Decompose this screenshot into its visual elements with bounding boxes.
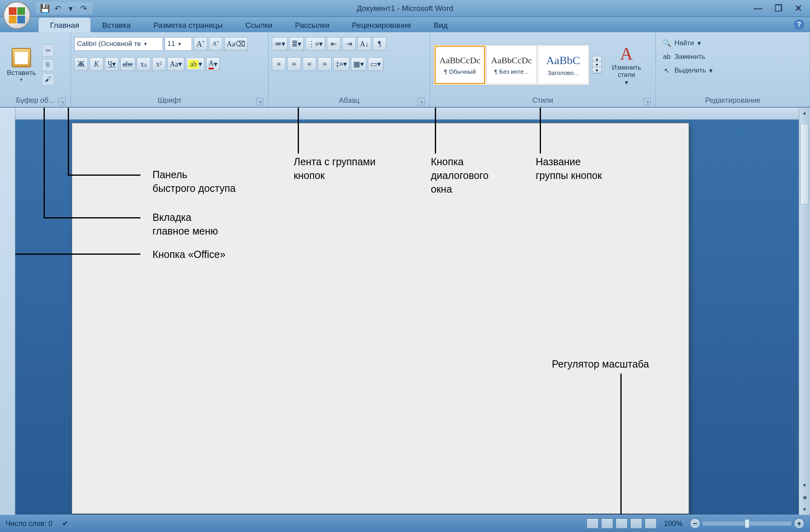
justify-button[interactable]: ≡	[318, 57, 332, 71]
view-draft[interactable]	[645, 518, 657, 529]
cut-icon[interactable]: ✂	[42, 44, 54, 56]
vertical-scrollbar[interactable]: ▲ ▼ ◉ ▼	[799, 108, 810, 515]
anno-dlg: Кнопка диалогового окна	[431, 155, 489, 196]
clear-format-button[interactable]: Aa⌫	[224, 37, 248, 51]
copy-icon[interactable]: ⎘	[42, 59, 54, 71]
line-spacing-button[interactable]: ‡≡▾	[333, 57, 349, 71]
show-marks-button[interactable]: ¶	[373, 37, 386, 51]
font-color-button[interactable]: A▾	[206, 57, 220, 71]
word-count[interactable]: Число слов: 0	[6, 520, 52, 528]
view-fullscreen[interactable]	[601, 518, 613, 529]
scroll-up-icon[interactable]: ▲	[799, 108, 810, 118]
vertical-ruler[interactable]	[0, 108, 15, 515]
dropdown-icon[interactable]: ▾	[65, 3, 76, 14]
scroll-thumb[interactable]	[800, 124, 809, 204]
zoom-slider[interactable]	[703, 522, 791, 526]
zoom-thumb[interactable]	[745, 519, 749, 528]
spellcheck-icon[interactable]: ✔	[62, 519, 68, 528]
numbering-button[interactable]: ≣▾	[289, 37, 304, 51]
style-heading1[interactable]: AaBbCЗаголово...	[538, 46, 589, 84]
bullets-button[interactable]: ≔▾	[272, 37, 288, 51]
dialog-launcher-paragraph[interactable]: ↘	[418, 98, 425, 105]
align-left-button[interactable]: ≡	[272, 57, 286, 71]
dialog-launcher-clipboard[interactable]: ↘	[58, 98, 66, 105]
change-styles-label: Изменить стили	[604, 64, 649, 79]
highlight-button[interactable]: ab▾	[186, 57, 205, 71]
redo-icon[interactable]: ↷	[78, 3, 89, 14]
grow-font-button[interactable]: Aˆ	[194, 37, 207, 51]
undo-icon[interactable]: ↶	[52, 3, 63, 14]
sort-button[interactable]: A↓	[357, 37, 371, 51]
group-label-styles: Стили↘	[433, 95, 652, 107]
multilevel-button[interactable]: ⋮≡▾	[305, 37, 325, 51]
tab-mailings[interactable]: Рассылки	[284, 18, 340, 32]
subscript-button[interactable]: x₂	[137, 57, 150, 71]
ribbon: Вставить ▾ ✂ ⎘ 🖌 Буфер об...↘ Calibri (О…	[0, 32, 810, 108]
horizontal-ruler[interactable]	[15, 108, 810, 120]
window-controls: — ❐ ✕	[754, 3, 810, 14]
shrink-font-button[interactable]: Aˇ	[209, 37, 223, 51]
help-icon[interactable]: ?	[794, 19, 804, 30]
save-icon[interactable]: 💾	[40, 3, 50, 14]
superscript-button[interactable]: x²	[152, 57, 166, 71]
paste-button[interactable]: Вставить ▾	[3, 35, 40, 95]
tab-home[interactable]: Главная	[38, 17, 91, 32]
group-label-clipboard: Буфер об...↘	[3, 95, 67, 107]
anno-ribbon: Лента с группами кнопок	[294, 155, 376, 183]
select-button[interactable]: ↖Выделить ▾	[659, 64, 716, 77]
scroll-down-icon[interactable]: ▼	[799, 480, 810, 490]
find-button[interactable]: 🔍Найти ▾	[659, 37, 716, 49]
change-styles-icon: A	[620, 44, 633, 64]
next-page-icon[interactable]: ▼	[799, 504, 810, 515]
view-outline[interactable]	[630, 518, 642, 529]
title-bar: 💾 ↶ ▾ ↷ Документ1 - Microsoft Word — ❐ ✕	[0, 0, 810, 17]
strike-button[interactable]: abe	[120, 57, 135, 71]
window-title: Документ1 - Microsoft Word	[357, 4, 453, 13]
indent-decrease-button[interactable]: ⇤	[327, 37, 340, 51]
ribbon-tabs: Главная Вставка Разметка страницы Ссылки…	[0, 17, 810, 32]
tab-view[interactable]: Вид	[422, 18, 459, 32]
font-name-combo[interactable]: Calibri (Основной те▼	[74, 37, 163, 51]
gallery-more[interactable]: ▴▾▾	[592, 56, 602, 74]
font-size-combo[interactable]: 11▼	[165, 37, 192, 51]
replace-button[interactable]: abЗаменить	[659, 51, 716, 63]
change-case-button[interactable]: Aa▾	[167, 57, 184, 71]
group-styles: AaBbCcDc¶ Обычный AaBbCcDc¶ Без инте... …	[430, 32, 656, 107]
zoom-level[interactable]: 100%	[664, 520, 683, 528]
zoom-in-button[interactable]: +	[794, 518, 804, 529]
tab-layout[interactable]: Разметка страницы	[142, 18, 234, 32]
group-clipboard: Вставить ▾ ✂ ⎘ 🖌 Буфер об...↘	[0, 32, 71, 107]
tab-review[interactable]: Рецензирование	[341, 18, 423, 32]
tab-references[interactable]: Ссылки	[234, 18, 284, 32]
change-styles-button[interactable]: A Изменить стили ▾	[604, 44, 649, 86]
align-right-button[interactable]: ≡	[303, 57, 316, 71]
zoom-out-button[interactable]: −	[690, 518, 700, 529]
group-label-paragraph: Абзац↘	[272, 95, 426, 107]
style-normal[interactable]: AaBbCcDc¶ Обычный	[434, 46, 485, 84]
underline-button[interactable]: Ч ▾	[105, 57, 119, 71]
dialog-launcher-styles[interactable]: ↘	[643, 98, 651, 105]
find-icon: 🔍	[662, 39, 671, 48]
office-button[interactable]	[3, 2, 31, 29]
group-font: Calibri (Основной те▼ 11▼ Aˆ Aˇ Aa⌫ Ж К …	[71, 32, 269, 107]
view-print-layout[interactable]	[587, 518, 599, 529]
style-nospacing[interactable]: AaBbCcDc¶ Без инте...	[486, 46, 537, 84]
shading-button[interactable]: ▦▾	[351, 57, 366, 71]
borders-button[interactable]: ▭▾	[368, 57, 383, 71]
close-button[interactable]: ✕	[795, 3, 802, 14]
tab-insert[interactable]: Вставка	[91, 18, 142, 32]
align-center-button[interactable]: ≡	[287, 57, 301, 71]
group-editing: 🔍Найти ▾ abЗаменить ↖Выделить ▾ Редактир…	[656, 32, 810, 107]
view-web[interactable]	[616, 518, 628, 529]
format-painter-icon[interactable]: 🖌	[42, 73, 54, 85]
prev-page-icon[interactable]: ◉	[799, 492, 810, 503]
minimize-button[interactable]: —	[754, 3, 762, 14]
italic-button[interactable]: К	[90, 57, 103, 71]
indent-increase-button[interactable]: ⇥	[342, 37, 356, 51]
maximize-button[interactable]: ❐	[775, 3, 783, 14]
replace-icon: ab	[662, 52, 671, 61]
clipboard-icon	[12, 48, 31, 67]
bold-button[interactable]: Ж	[74, 57, 88, 71]
paste-label: Вставить	[7, 69, 36, 77]
dialog-launcher-font[interactable]: ↘	[256, 98, 263, 105]
